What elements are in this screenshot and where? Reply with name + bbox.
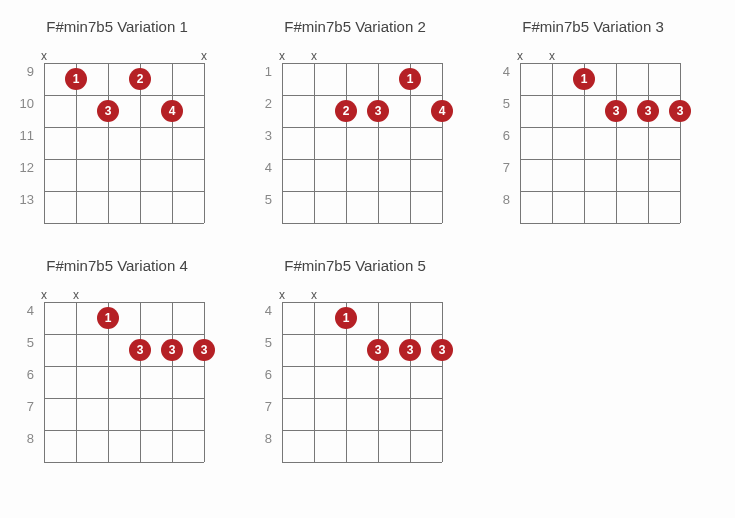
fret-label: 7 xyxy=(12,391,44,423)
fret-labels: 45678 xyxy=(12,302,44,462)
chord-diagram: F#min7b5 Variation 5xx456781333 xyxy=(250,257,460,462)
fret-labels: 910111213 xyxy=(12,63,44,223)
fret-label: 1 xyxy=(250,56,282,88)
chord-diagram: F#min7b5 Variation 4xx456781333 xyxy=(12,257,222,462)
chord-title: F#min7b5 Variation 3 xyxy=(488,18,698,35)
fret-label: 12 xyxy=(12,152,44,184)
fret-label: 4 xyxy=(250,152,282,184)
fret-label: 5 xyxy=(250,184,282,216)
finger-dot: 4 xyxy=(161,100,183,122)
fret-label: 8 xyxy=(250,423,282,455)
fret-label: 4 xyxy=(488,56,520,88)
fret-label: 5 xyxy=(488,88,520,120)
fretboard: 1234 xyxy=(44,63,204,223)
mute-marker: x xyxy=(201,49,207,63)
fret-label: 4 xyxy=(250,295,282,327)
finger-dot: 3 xyxy=(399,339,421,361)
mute-marker: x xyxy=(73,288,79,302)
mute-marker: x xyxy=(549,49,555,63)
mute-row: xx xyxy=(520,49,680,63)
mute-marker: x xyxy=(311,49,317,63)
fret-label: 7 xyxy=(250,391,282,423)
fret-label: 7 xyxy=(488,152,520,184)
finger-dot: 3 xyxy=(637,100,659,122)
fret-labels: 12345 xyxy=(250,63,282,223)
fret-label: 6 xyxy=(488,120,520,152)
finger-dot: 1 xyxy=(65,68,87,90)
fret-labels: 45678 xyxy=(250,302,282,462)
chord-diagram: F#min7b5 Variation 3xx456781333 xyxy=(488,18,698,223)
fretboard: 1234 xyxy=(282,63,442,223)
finger-dot: 1 xyxy=(573,68,595,90)
chord-title: F#min7b5 Variation 1 xyxy=(12,18,222,35)
finger-dot: 3 xyxy=(161,339,183,361)
fret-label: 8 xyxy=(488,184,520,216)
mute-marker: x xyxy=(311,288,317,302)
finger-dot: 2 xyxy=(129,68,151,90)
fret-label: 6 xyxy=(12,359,44,391)
mute-row: xx xyxy=(282,288,442,302)
chord-title: F#min7b5 Variation 5 xyxy=(250,257,460,274)
finger-dot: 3 xyxy=(367,339,389,361)
fret-label: 4 xyxy=(12,295,44,327)
chord-grid: F#min7b5 Variation 1xx9101112131234F#min… xyxy=(12,18,723,462)
fret-label: 5 xyxy=(250,327,282,359)
finger-dot: 1 xyxy=(97,307,119,329)
finger-dot: 3 xyxy=(605,100,627,122)
finger-dot: 2 xyxy=(335,100,357,122)
fret-label: 3 xyxy=(250,120,282,152)
fret-label: 6 xyxy=(250,359,282,391)
fret-label: 8 xyxy=(12,423,44,455)
finger-dot: 4 xyxy=(431,100,453,122)
finger-dot: 3 xyxy=(193,339,215,361)
chord-diagram: F#min7b5 Variation 1xx9101112131234 xyxy=(12,18,222,223)
fret-label: 5 xyxy=(12,327,44,359)
finger-dot: 3 xyxy=(431,339,453,361)
finger-dot: 3 xyxy=(97,100,119,122)
fret-label: 11 xyxy=(12,120,44,152)
mute-row: xx xyxy=(44,288,204,302)
mute-row: xx xyxy=(282,49,442,63)
finger-dot: 3 xyxy=(669,100,691,122)
fret-label: 13 xyxy=(12,184,44,216)
fretboard: 1333 xyxy=(282,302,442,462)
finger-dot: 1 xyxy=(335,307,357,329)
fret-label: 2 xyxy=(250,88,282,120)
fret-label: 10 xyxy=(12,88,44,120)
chord-title: F#min7b5 Variation 4 xyxy=(12,257,222,274)
fretboard: 1333 xyxy=(44,302,204,462)
finger-dot: 3 xyxy=(367,100,389,122)
fretboard: 1333 xyxy=(520,63,680,223)
fret-labels: 45678 xyxy=(488,63,520,223)
finger-dot: 1 xyxy=(399,68,421,90)
chord-title: F#min7b5 Variation 2 xyxy=(250,18,460,35)
fret-label: 9 xyxy=(12,56,44,88)
finger-dot: 3 xyxy=(129,339,151,361)
mute-row: xx xyxy=(44,49,204,63)
chord-diagram: F#min7b5 Variation 2xx123451234 xyxy=(250,18,460,223)
